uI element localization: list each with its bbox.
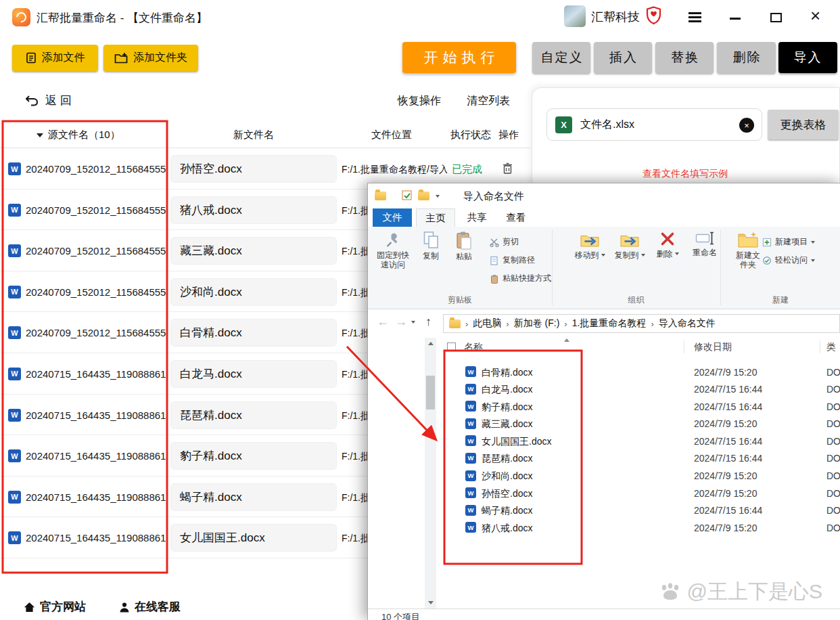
- copy-to-button[interactable]: 复制到: [611, 231, 649, 260]
- quick-access-dropdown-icon[interactable]: [436, 195, 440, 198]
- explorer-file-row[interactable]: 孙悟空.docx 2024/7/9 15:20 DO: [436, 485, 840, 502]
- restore-action-button[interactable]: 恢复操作: [398, 94, 441, 108]
- column-date-modified[interactable]: 修改日期: [694, 341, 732, 353]
- new-item-button[interactable]: 新建项目: [762, 236, 815, 248]
- new-filename-input[interactable]: 豹子精.docx: [170, 442, 337, 470]
- new-filename-input[interactable]: 猪八戒.docx: [170, 196, 337, 224]
- nav-up-icon[interactable]: [425, 315, 431, 329]
- explorer-file-row[interactable]: 沙和尚.docx 2024/7/9 15:20 DO: [436, 468, 840, 485]
- brand-name: 汇帮科技: [591, 9, 640, 25]
- maximize-button[interactable]: [770, 13, 782, 22]
- menu-icon[interactable]: [689, 12, 701, 24]
- new-filename-input[interactable]: 女儿国国王.docx: [170, 524, 337, 552]
- copy-path-button[interactable]: 复制路径: [490, 254, 535, 266]
- file-date-modified: 2024/7/9 15:20: [694, 367, 757, 378]
- official-website-link[interactable]: 官方网站: [24, 599, 86, 615]
- breadcrumb-folder[interactable]: 1.批量重命名教程: [572, 317, 647, 330]
- new-filename-text: 藏三藏.docx: [180, 243, 242, 259]
- add-file-button[interactable]: 添加文件: [12, 45, 98, 71]
- new-filename-text: 猪八戒.docx: [180, 202, 242, 218]
- custom-button[interactable]: 自定义: [532, 42, 590, 73]
- explorer-file-row[interactable]: 蝎子精.docx 2024/7/15 16:44 DO: [436, 502, 840, 520]
- vertical-scrollbar[interactable]: [425, 338, 436, 608]
- pin-to-quick-access-button[interactable]: 固定到快速访问: [373, 231, 413, 269]
- easy-access-button[interactable]: 轻松访问: [762, 254, 815, 266]
- paste-shortcut-button[interactable]: 粘贴快捷方式: [490, 273, 551, 284]
- online-support-link[interactable]: 在线客服: [119, 599, 181, 615]
- quick-access-check-icon[interactable]: [402, 190, 412, 203]
- explorer-file-row[interactable]: 白骨精.docx 2024/7/9 15:20 DO: [436, 363, 840, 381]
- scroll-down-icon[interactable]: [428, 601, 434, 604]
- new-filename-input[interactable]: 孙悟空.docx: [170, 155, 337, 183]
- tab-view[interactable]: 查看: [498, 208, 534, 227]
- move-to-button[interactable]: 移动到: [571, 231, 609, 260]
- address-bar: 此电脑 新加卷 (F:) 1.批量重命名教程 导入命名文件: [368, 309, 840, 338]
- add-folder-button[interactable]: 添加文件夹: [103, 45, 198, 71]
- column-divider: [684, 340, 684, 353]
- explorer-file-row[interactable]: 猪八戒.docx 2024/7/9 15:20 DO: [436, 519, 840, 537]
- new-filename-input[interactable]: 琵琶精.docx: [170, 401, 337, 429]
- scrollbar-thumb[interactable]: [426, 376, 435, 409]
- explorer-titlebar[interactable]: 导入命名文件: [368, 183, 840, 208]
- new-filename-input[interactable]: 沙和尚.docx: [170, 278, 337, 306]
- file-date-modified: 2024/7/15 16:44: [694, 505, 762, 516]
- explorer-file-row[interactable]: 藏三藏.docx 2024/7/9 15:20 DO: [436, 416, 840, 433]
- change-table-button[interactable]: 更换表格: [768, 110, 839, 139]
- new-filename-text: 琵琶精.docx: [180, 407, 242, 423]
- ribbon-delete-button[interactable]: 删除: [652, 231, 683, 259]
- column-source-filename[interactable]: 源文件名（10）: [37, 129, 120, 141]
- rename-button[interactable]: 重命名: [685, 231, 724, 257]
- clear-list-button[interactable]: 清空列表: [467, 94, 510, 108]
- explorer-file-row[interactable]: 女儿国国王.docx 2024/7/15 16:44 DO: [436, 433, 840, 450]
- source-filename: 20240709_152012_115684555: [26, 163, 166, 175]
- breadcrumb-current-folder[interactable]: 导入命名文件: [659, 317, 716, 330]
- breadcrumb-drive[interactable]: 新加卷 (F:): [514, 317, 560, 330]
- explorer-window: 导入命名文件 文件 主页 共享 查看 固定到快速访问 复制 粘贴 剪切: [367, 183, 840, 620]
- back-button[interactable]: 返 回: [24, 93, 72, 108]
- paste-shortcut-icon: [490, 274, 499, 284]
- cut-label: 剪切: [503, 236, 519, 248]
- example-link[interactable]: 查看文件名填写示例: [643, 168, 728, 180]
- column-type[interactable]: 类: [826, 341, 836, 353]
- address-input[interactable]: 此电脑 新加卷 (F:) 1.批量重命名教程 导入命名文件: [443, 314, 840, 333]
- tab-home[interactable]: 主页: [416, 208, 455, 227]
- back-label: 返 回: [45, 93, 72, 108]
- nav-history-caret-icon[interactable]: [411, 321, 415, 324]
- file-date-modified: 2024/7/9 15:20: [694, 523, 757, 533]
- quick-access-folder-icon[interactable]: [418, 192, 429, 200]
- minimize-button[interactable]: [730, 18, 741, 20]
- nav-back-icon[interactable]: [377, 315, 389, 329]
- tab-file[interactable]: 文件: [373, 208, 412, 227]
- scroll-up-icon[interactable]: [428, 342, 434, 345]
- tab-share[interactable]: 共享: [459, 208, 494, 227]
- select-all-checkbox[interactable]: [447, 342, 456, 351]
- insert-button[interactable]: 插入: [594, 42, 652, 73]
- nav-forward-icon[interactable]: [395, 315, 407, 329]
- import-button[interactable]: 导入: [778, 42, 837, 73]
- column-name[interactable]: 名称: [464, 341, 483, 353]
- explorer-file-row[interactable]: 豹子精.docx 2024/7/15 16:44 DO: [436, 398, 840, 416]
- close-button[interactable]: [810, 5, 820, 26]
- new-filename-input[interactable]: 蝎子精.docx: [170, 483, 337, 511]
- scissors-icon: [490, 238, 499, 247]
- ribbon-delete-label: 删除: [657, 249, 673, 259]
- table-file-input[interactable]: 文件名.xlsx: [546, 108, 762, 141]
- explorer-file-row[interactable]: 琵琶精.docx 2024/7/15 16:44 DO: [436, 450, 840, 468]
- source-filename: 20240709_152012_115684555: [26, 286, 166, 298]
- cut-button[interactable]: 剪切: [490, 236, 519, 248]
- new-filename-input[interactable]: 白龙马.docx: [170, 360, 337, 388]
- delete-button[interactable]: 删除: [717, 42, 776, 73]
- copy-button[interactable]: 复制: [415, 231, 446, 261]
- new-folder-icon: [737, 231, 759, 248]
- copy-to-icon: [620, 231, 640, 248]
- paste-button[interactable]: 粘贴: [448, 231, 480, 261]
- new-filename-input[interactable]: 白骨精.docx: [170, 319, 337, 347]
- clear-file-icon[interactable]: [739, 118, 754, 133]
- breadcrumb-this-pc[interactable]: 此电脑: [473, 317, 501, 330]
- delete-row-icon[interactable]: [503, 162, 513, 177]
- new-filename-input[interactable]: 藏三藏.docx: [170, 237, 337, 265]
- start-execute-button[interactable]: 开始执行: [402, 42, 516, 73]
- explorer-file-row[interactable]: 白龙马.docx 2024/7/15 16:44 DO: [436, 381, 840, 399]
- file-date-modified: 2024/7/15 16:44: [694, 453, 762, 464]
- replace-button[interactable]: 替换: [655, 42, 714, 73]
